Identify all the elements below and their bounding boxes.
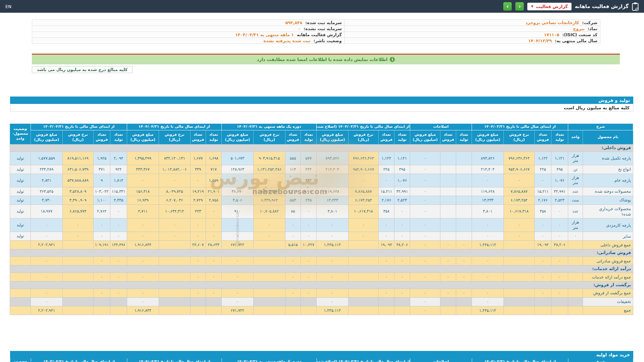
value-cell: [253, 289, 285, 297]
value-cell: [62, 289, 93, 297]
value-cell: ۰: [316, 219, 348, 232]
section-row-label: درآمد ارائه خدمات:: [10, 265, 633, 273]
value-cell: ۰: [190, 257, 206, 265]
value-cell: ۰: [110, 204, 127, 218]
column-header: تعداد تولید: [456, 130, 472, 144]
value-cell: ۱,۱۲۲: [378, 152, 394, 165]
value-cell: ۴,۳۳۵: [110, 196, 127, 204]
value-cell: ۳۷۱: [93, 165, 110, 174]
value-cell: ۲,۷۶۴: [93, 204, 110, 218]
value-cell: ۰: [456, 273, 472, 282]
value-cell: ۰: [410, 174, 440, 187]
value-cell: [253, 297, 285, 306]
value-cell: ۰: [221, 219, 253, 232]
production-sales-section-header: تولید و فروش: [10, 97, 633, 104]
value-cell: ۹۲۲: [110, 165, 127, 174]
value-cell: ۰: [93, 289, 110, 297]
value-cell: [62, 241, 93, 249]
registered-capital-value: ۵۹۲,۸۴۸: [285, 20, 303, 25]
value-cell: ۰: [190, 289, 206, 297]
value-cell: ۱۵,۲۱۱: [535, 187, 551, 196]
value-cell: ۰: [301, 232, 316, 241]
column-group-header: وضعیت: [10, 358, 31, 362]
status-cell: [10, 306, 31, 315]
value-cell: ۰: [285, 219, 301, 232]
value-cell: ۰: [110, 232, 127, 241]
value-cell: [110, 297, 127, 306]
value-cell: ۰: [456, 257, 472, 265]
value-cell: [440, 152, 456, 165]
unregistered-capital-cell: سرمایه ثبت نشده: ۰: [32, 26, 345, 32]
value-cell: ۰: [301, 273, 316, 282]
value-cell: ۰: [206, 232, 221, 241]
value-cell: ۵۵۳: [285, 196, 301, 204]
value-cell: ۰: [93, 273, 110, 282]
value-cell: ۰: [472, 174, 503, 187]
status-cell: تولید: [10, 196, 31, 204]
unit-cell: [568, 297, 583, 306]
unit-cell: [568, 241, 583, 249]
value-cell: ۱۳,۴۳۳: [472, 196, 503, 204]
status-cell: [10, 297, 31, 306]
column-group-header: از ابتدای سال مالی تا تاریخ ۱۴۰۳/۰۴/۳۱: [31, 124, 127, 130]
value-cell: ۴۸,۶۳۳: [206, 241, 221, 249]
value-cell: ۰: [504, 219, 535, 232]
table-row: جمع فروش داخلی۳۸,۲۰۶۱۹,۰۹۲۱,۲۴۵,۱۱۲۰۰۰۳۸…: [10, 241, 633, 249]
value-cell: ۰: [410, 289, 440, 297]
previous-report-button[interactable]: ‹: [515, 2, 524, 11]
value-cell: ۰: [410, 273, 440, 282]
column-header: تعداد تولید: [551, 130, 568, 144]
value-cell: ۰: [394, 289, 410, 297]
value-cell: [535, 297, 551, 306]
units-note-box: کلیه مبالغ درج شده به میلیون ریال می باش…: [32, 66, 132, 73]
unit-cell: ۰: [568, 232, 583, 241]
english-language-link[interactable]: EN: [5, 4, 11, 9]
value-cell: ۰: [410, 204, 440, 218]
value-cell: ۰: [190, 273, 206, 282]
company-value: کارخانجات نساجي بروجرد: [526, 20, 579, 25]
next-report-button[interactable]: ›: [503, 2, 512, 11]
value-cell: ۹: [93, 174, 110, 187]
value-cell: [504, 297, 535, 306]
value-cell: ۰: [221, 289, 253, 297]
value-cell: ۶۳۱,۵۰۶,۷۳۹: [62, 165, 93, 174]
column-header: نرخ فروش (ریال): [159, 130, 190, 144]
value-cell: ۰: [410, 187, 440, 196]
value-cell: ۰: [93, 232, 110, 241]
column-group-header: از ابتدای سال مالی تا تاریخ ۱۴۰۴/۰۳/۳۱: [472, 124, 568, 130]
value-cell: ۴۱,۹۰۱: [206, 187, 221, 196]
page-title: گزارش فعالیت ماهانه: [575, 3, 629, 9]
value-cell: ۰: [31, 289, 62, 297]
value-cell: ۰: [316, 297, 348, 306]
report-type-dropdown[interactable]: گزارش فعالیت ▼: [527, 3, 572, 10]
column-group-header: از ابتدای سال مالی تا تاریخ ۱۴۰۴/۰۳/۳۱ (…: [316, 124, 410, 130]
table-row: انواع نختن۴۹۵۲۲۵۹۵۲,۹۰۶,۶۶۷۲۱۴,۴۰۴۰۴۹۵۲۲…: [10, 165, 633, 174]
value-cell: ۰: [472, 232, 503, 241]
value-cell: ۸,۰۴۹,۷۴۵: [159, 187, 190, 196]
value-cell: ۷,۸۶۵,۸۸۷: [504, 187, 535, 196]
table-row: پوشاکست۲,۵۲۳۲,۱۷۶۶,۱۷۳,۲۵۴۱۳,۴۳۳۰۲,۵۲۳۲,…: [10, 196, 633, 204]
value-cell: [348, 306, 378, 315]
value-cell: ۰: [535, 219, 551, 232]
value-cell: ۱۹,۰۹۲: [535, 241, 551, 249]
value-cell: ۱۹,۰۹۲: [378, 241, 394, 249]
column-header: تعداد فروش: [285, 130, 301, 144]
column-header: واحد: [568, 130, 583, 144]
value-cell: ۰: [394, 204, 410, 218]
column-header: مبلغ فروش (میلیون ریال): [221, 130, 253, 144]
value-cell: ۰: [301, 257, 316, 265]
value-cell: ۳,۳۹۰,۹۰۹: [62, 196, 93, 204]
table-row: درآمد ارائه خدمات:: [10, 265, 633, 273]
value-cell: ۱۸,۹۷۷: [31, 204, 62, 218]
value-cell: [348, 289, 378, 297]
value-cell: ۱,۸۱۴: [110, 174, 127, 187]
value-cell: ۹۱۰: [221, 204, 253, 218]
value-cell: ۳۵۸: [535, 204, 551, 218]
value-cell: [206, 297, 221, 306]
value-cell: [285, 297, 301, 306]
value-cell: ۰: [206, 219, 221, 232]
value-cell: ۳,۷۳۰: [31, 196, 62, 204]
value-cell: ۱,۰۷۶: [394, 174, 410, 187]
table-row: محصولات دوخته شدهعدد۳۲,۹۹۱۱۵,۲۱۱۷,۸۶۵,۸۸…: [10, 187, 633, 196]
value-cell: ۶,۱۷۳,۲۵۴: [504, 196, 535, 204]
